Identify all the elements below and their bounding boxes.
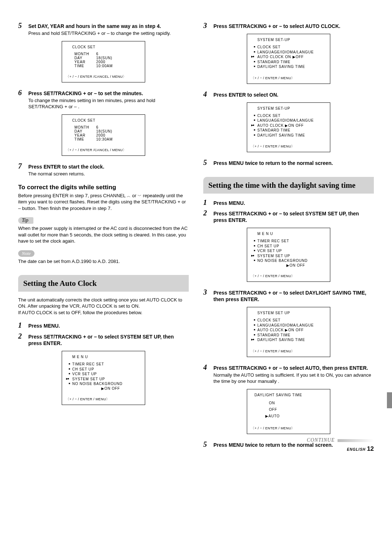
auto-clock-intro: The unit automatically corrects the cloc… — [18, 297, 189, 316]
osd-clock-set-1: CLOCK SET MONTH6 DAY18(SUN) YEAR2000 TIM… — [62, 41, 145, 82]
dst-heading: Setting the time with the daylight savin… — [203, 177, 374, 194]
d-step-3-num: 3 — [203, 288, 210, 303]
correct-digits-text: Before pressing ENTER in step 7, press C… — [18, 193, 189, 212]
side-tab — [387, 392, 392, 408]
continue-label: CONTINUE — [307, 437, 335, 443]
r-step-5-num: 5 — [203, 159, 210, 166]
page-number: 12 — [367, 445, 374, 452]
tip-text: When the power supply is interrupted or … — [18, 225, 189, 244]
chevron-down-icon: ﹀ — [138, 194, 142, 198]
osd-clock-set-2: CLOCK SET MONTH6 DAY18(SUN) YEAR2000 TIM… — [62, 114, 145, 156]
continue-bar-icon — [338, 439, 374, 442]
r-step-3-num: 3 — [203, 22, 210, 29]
r-step-3: Press SET/TRACKING + or – to select AUTO… — [213, 23, 374, 29]
chevron-up-icon: ︿ — [127, 194, 131, 198]
d-step-4-title: Press SET/TRACKING + or – to select AUTO… — [213, 365, 374, 371]
osd-menu-1: M E N U TIMER REC SET CH SET UP VCR SET … — [62, 351, 145, 405]
d-step-2: Press SET/TRACKING + or – to select SYST… — [213, 210, 374, 223]
osd-system-setup-3: SYSTEM SET UP CLOCK SET LANGUAGE/IDIOMA/… — [247, 307, 330, 357]
tip-label: Tip — [18, 217, 33, 224]
osd-dst: DAYLIGHT SAVING TIME ON OFF ▶AUTO 〈+ / −… — [247, 389, 330, 434]
step-7-text: The normal screen returns. — [28, 171, 189, 177]
step-number-7: 7 — [18, 162, 25, 177]
right-column: 3 Press SET/TRACKING + or – to select AU… — [203, 22, 374, 451]
left-column: 5 Set DAY, YEAR and hours in the same wa… — [18, 22, 189, 451]
step-6-text: To change the minutes setting in ten min… — [28, 97, 189, 110]
d-step-4-text: Normally the AUTO setting is sufficient.… — [213, 372, 374, 385]
ac-step-2-num: 2 — [18, 332, 25, 347]
osd-menu-2: M E N U TIMER REC SET CH SET UP VCR SET … — [247, 228, 330, 282]
r-step-5: Press MENU twice to return to the normal… — [213, 160, 374, 166]
d-step-4-num: 4 — [203, 364, 210, 385]
auto-clock-heading: Setting the Auto Clock — [18, 275, 189, 292]
step-number-5: 5 — [18, 22, 25, 37]
d-step-3: Press SET/TRACKING + or – to select DAYL… — [213, 289, 374, 303]
d-step-1-num: 1 — [203, 199, 210, 206]
ac-step-1-num: 1 — [18, 321, 25, 329]
d-step-2-num: 2 — [203, 209, 210, 223]
note-text: The date can be set from A.D.1990 to A.D… — [18, 258, 189, 265]
step-5-text: Press and hold SET/TRACKING + or – to ch… — [28, 30, 189, 37]
step-5-title: Set DAY, YEAR and hours in the same way … — [28, 23, 189, 29]
osd-system-setup-1: SYSTEM SET-UP CLOCK SET LANGUAGE/IDIOMA/… — [247, 34, 330, 84]
ac-step-2: Press SET/TRACKING + or – to select SYST… — [28, 333, 189, 347]
correct-digits-heading: To correct the digits while setting — [18, 184, 189, 191]
r-step-4-num: 4 — [203, 90, 210, 98]
step-number-6: 6 — [18, 89, 25, 110]
r-step-4: Press ENTER to select ON. — [213, 92, 374, 98]
note-label: Note — [18, 250, 34, 257]
language-label: ENGLISH — [347, 447, 366, 451]
d-step-5-num: 5 — [203, 441, 210, 448]
osd-system-setup-2: SYSTEM SET-UP CLOCK SET LANGUAGE/IDIOMA/… — [247, 102, 330, 153]
step-7-title: Press ENTER to start the clock. — [28, 163, 189, 170]
ac-step-1: Press MENU. — [28, 323, 189, 329]
d-step-1: Press MENU. — [213, 200, 374, 206]
page-footer: CONTINUE ENGLISH 12 — [307, 437, 374, 453]
step-6-title: Press SET/TRACKING + or – to set the min… — [28, 90, 189, 97]
